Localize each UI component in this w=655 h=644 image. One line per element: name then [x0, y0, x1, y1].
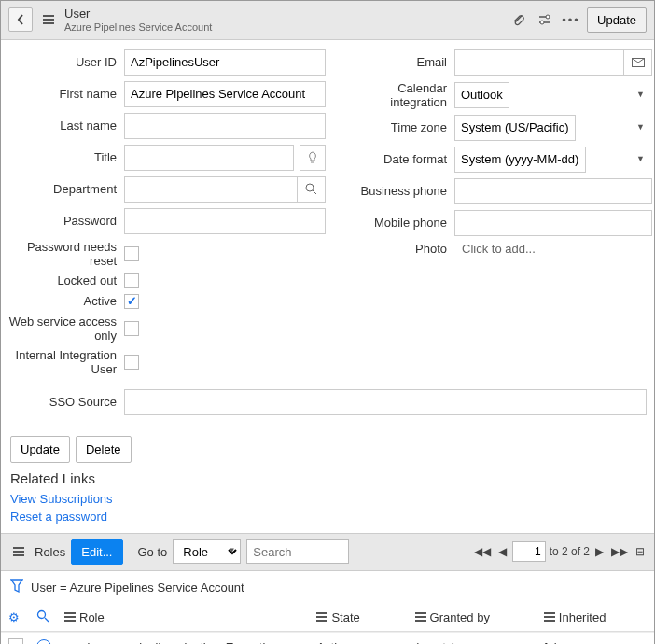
- label-password: Password: [8, 214, 124, 228]
- settings-sliders-icon[interactable]: [535, 9, 555, 30]
- link-view-subscriptions[interactable]: View Subscriptions: [1, 490, 654, 508]
- label-sso: SSO Source: [8, 395, 124, 409]
- input-userid[interactable]: [124, 49, 326, 76]
- input-password[interactable]: [124, 208, 326, 234]
- input-lastname[interactable]: [124, 113, 326, 139]
- more-icon[interactable]: •••: [561, 9, 581, 30]
- table-search-icon[interactable]: [36, 611, 49, 625]
- checkbox-locked[interactable]: [124, 273, 139, 288]
- pager-next-icon[interactable]: ▶: [593, 543, 606, 560]
- input-department[interactable]: [124, 176, 298, 203]
- col-grant[interactable]: Granted by: [430, 610, 490, 624]
- cell-state[interactable]: Active: [316, 640, 349, 644]
- filter-icon[interactable]: [10, 579, 23, 596]
- label-department: Department: [8, 182, 124, 196]
- cell-grant: (empty): [415, 640, 538, 644]
- link-reset-password[interactable]: Reset a password: [1, 508, 654, 525]
- checkbox-internal[interactable]: [124, 355, 139, 370]
- menu-icon[interactable]: [38, 9, 59, 30]
- pager-collapse-icon[interactable]: ⊟: [634, 543, 647, 560]
- label-internal: Internal Integration User: [8, 348, 124, 376]
- goto-label: Go to: [138, 545, 168, 559]
- roles-menu-icon[interactable]: [8, 541, 29, 562]
- col-menu-icon[interactable]: [316, 616, 328, 618]
- label-calendar: Calendar integration: [339, 81, 454, 109]
- delete-button[interactable]: Delete: [76, 436, 132, 463]
- label-lastname: Last name: [8, 119, 124, 133]
- cell-inh: false: [544, 640, 647, 644]
- label-bizphone: Business phone: [339, 184, 454, 198]
- filter-text: User = Azure Pipelines Service Account: [31, 581, 244, 595]
- input-sso[interactable]: [124, 389, 647, 415]
- select-dateformat[interactable]: System (yyyy-MM-dd): [454, 147, 586, 173]
- label-webonly: Web service access only: [8, 315, 124, 343]
- col-role[interactable]: Role: [79, 610, 105, 624]
- row-checkbox[interactable]: [8, 638, 23, 644]
- roles-search-input[interactable]: [246, 539, 349, 564]
- attachment-icon[interactable]: [509, 9, 529, 30]
- email-send-icon[interactable]: [624, 49, 652, 76]
- svg-point-4: [38, 610, 46, 618]
- department-lookup-icon[interactable]: [298, 176, 326, 203]
- pager-first-icon[interactable]: ◀◀: [472, 543, 493, 560]
- pager-total: to 2 of 2: [550, 545, 590, 558]
- svg-point-2: [306, 184, 314, 191]
- cell-role[interactable]: x_mioms_azpipeline.pipelinesExecution: [64, 640, 279, 644]
- label-pwreset: Password needs reset: [8, 240, 124, 268]
- back-button[interactable]: [8, 7, 33, 32]
- col-menu-icon[interactable]: [544, 616, 555, 618]
- goto-select[interactable]: Role: [173, 539, 241, 564]
- svg-point-0: [546, 15, 550, 19]
- update-button-header[interactable]: Update: [587, 7, 647, 33]
- input-firstname[interactable]: [124, 81, 326, 107]
- col-menu-icon[interactable]: [64, 616, 76, 618]
- label-dateformat: Date format: [339, 152, 454, 166]
- page-title: User: [64, 7, 503, 21]
- label-userid: User ID: [8, 55, 124, 69]
- info-icon[interactable]: i: [36, 639, 51, 644]
- col-state[interactable]: State: [331, 610, 359, 624]
- col-menu-icon[interactable]: [415, 616, 426, 618]
- select-timezone[interactable]: System (US/Pacific): [454, 115, 576, 141]
- label-active: Active: [8, 294, 124, 308]
- label-email: Email: [339, 55, 454, 69]
- label-photo: Photo: [339, 242, 454, 256]
- roles-tab-label: Roles: [35, 545, 65, 559]
- pager-prev-icon[interactable]: ◀: [496, 543, 509, 560]
- label-timezone: Time zone: [339, 120, 454, 134]
- title-suggest-icon[interactable]: [300, 145, 326, 171]
- input-title[interactable]: [124, 145, 294, 171]
- label-firstname: First name: [8, 87, 124, 101]
- col-inh[interactable]: Inherited: [559, 610, 606, 624]
- pager-page-input[interactable]: [512, 541, 546, 562]
- label-title: Title: [8, 150, 124, 164]
- label-locked: Locked out: [8, 273, 124, 287]
- checkbox-pwreset[interactable]: [124, 246, 139, 261]
- photo-add-link[interactable]: Click to add...: [454, 242, 652, 256]
- pager-last-icon[interactable]: ▶▶: [609, 543, 630, 560]
- checkbox-active[interactable]: [124, 294, 139, 309]
- related-links-heading: Related Links: [1, 470, 654, 490]
- label-mobphone: Mobile phone: [339, 216, 454, 230]
- checkbox-webonly[interactable]: [124, 321, 139, 336]
- table-gear-icon[interactable]: ⚙: [8, 610, 20, 624]
- input-mobphone[interactable]: [454, 210, 652, 236]
- roles-edit-button[interactable]: Edit...: [71, 539, 122, 565]
- page-subtitle: Azure Pipelines Service Account: [64, 21, 503, 34]
- svg-point-1: [540, 21, 544, 24]
- input-email[interactable]: [454, 49, 624, 76]
- select-calendar[interactable]: Outlook: [454, 82, 509, 108]
- input-bizphone[interactable]: [454, 178, 652, 204]
- update-button[interactable]: Update: [10, 436, 70, 463]
